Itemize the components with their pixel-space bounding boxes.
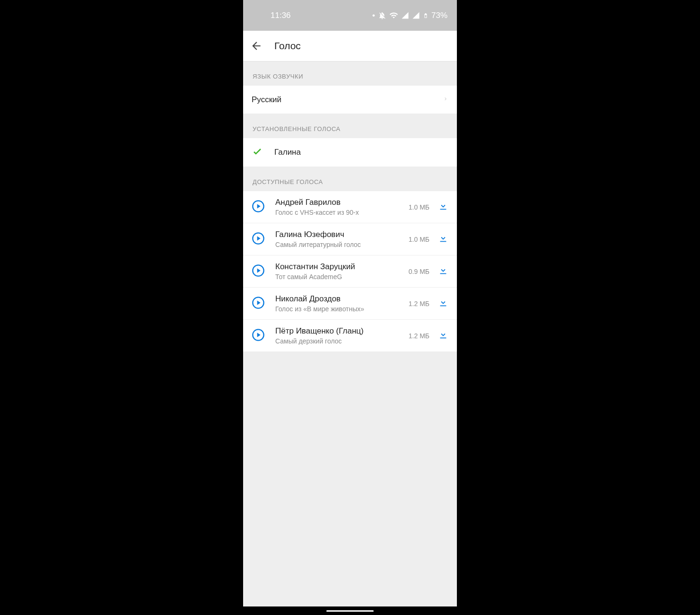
- signal-icon-2: [412, 11, 420, 19]
- download-icon: [438, 330, 448, 340]
- nav-handle[interactable]: [326, 610, 374, 612]
- voice-text: Константин Заруцкий Тот самый AcademeG: [275, 262, 409, 281]
- download-button[interactable]: [438, 330, 448, 342]
- voice-text: Андрей Гаврилов Голос с VHS-кассет из 90…: [275, 198, 409, 216]
- voice-text: Пётр Иващенко (Гланц) Самый дерзкий голо…: [275, 326, 409, 345]
- download-button[interactable]: [438, 201, 448, 213]
- available-voice-row[interactable]: Николай Дроздов Голос из «В мире животны…: [243, 288, 457, 320]
- phone-screen: 11:36 • 73% Голос ЯЗЫК ОЗВУЧК: [243, 0, 457, 615]
- play-button[interactable]: [252, 232, 265, 247]
- wifi-icon: [389, 11, 398, 20]
- voice-name: Андрей Гаврилов: [275, 198, 409, 207]
- available-voice-row[interactable]: Константин Заруцкий Тот самый AcademeG 0…: [243, 255, 457, 288]
- play-icon: [252, 200, 265, 213]
- battery-icon: [423, 11, 429, 20]
- installed-voice-row[interactable]: Галина: [243, 138, 457, 167]
- voice-size: 1.2 МБ: [409, 332, 429, 340]
- play-icon: [252, 232, 265, 245]
- app-bar: Голос: [243, 31, 457, 62]
- status-icons: • 73%: [372, 11, 447, 20]
- voice-size: 0.9 МБ: [409, 268, 429, 275]
- back-button[interactable]: [250, 39, 263, 53]
- play-icon: [252, 264, 265, 277]
- voice-size: 1.0 МБ: [409, 236, 429, 243]
- download-icon: [438, 265, 448, 276]
- voice-desc: Голос из «В мире животных»: [275, 305, 409, 313]
- chevron-right-icon: [443, 95, 448, 105]
- language-row[interactable]: Русский: [243, 86, 457, 114]
- available-voice-row[interactable]: Пётр Иващенко (Гланц) Самый дерзкий голо…: [243, 320, 457, 352]
- available-voice-row[interactable]: Андрей Гаврилов Голос с VHS-кассет из 90…: [243, 191, 457, 223]
- voice-size: 1.2 МБ: [409, 300, 429, 308]
- voice-size: 1.0 МБ: [409, 203, 429, 211]
- status-bar: 11:36 • 73%: [243, 0, 457, 31]
- voice-desc: Тот самый AcademeG: [275, 273, 409, 281]
- voice-desc: Самый дерзкий голос: [275, 337, 409, 345]
- download-button[interactable]: [438, 233, 448, 246]
- download-icon: [438, 233, 448, 244]
- page-title: Голос: [274, 40, 301, 52]
- available-voice-row[interactable]: Галина Юзефович Самый литературный голос…: [243, 223, 457, 255]
- voice-name: Константин Заруцкий: [275, 262, 409, 272]
- language-value: Русский: [252, 95, 281, 105]
- section-header-available: ДОСТУПНЫЕ ГОЛОСА: [243, 167, 457, 191]
- download-icon: [438, 298, 448, 308]
- play-button[interactable]: [252, 328, 265, 343]
- download-button[interactable]: [438, 298, 448, 310]
- status-time: 11:36: [253, 11, 291, 20]
- play-button[interactable]: [252, 264, 265, 279]
- arrow-left-icon: [250, 40, 262, 52]
- play-button[interactable]: [252, 200, 265, 215]
- installed-voice-name: Галина: [274, 148, 301, 157]
- notifications-off-icon: [378, 11, 386, 20]
- play-icon: [252, 296, 265, 309]
- section-header-language: ЯЗЫК ОЗВУЧКИ: [243, 62, 457, 86]
- voice-desc: Самый литературный голос: [275, 241, 409, 248]
- navigation-bar: [243, 606, 457, 615]
- voice-text: Галина Юзефович Самый литературный голос: [275, 230, 409, 248]
- dot-icon: •: [372, 11, 375, 20]
- check-icon: [252, 146, 263, 159]
- voice-name: Галина Юзефович: [275, 230, 409, 239]
- play-icon: [252, 328, 265, 342]
- section-header-installed: УСТАНОВЛЕННЫЕ ГОЛОСА: [243, 114, 457, 138]
- voice-name: Пётр Иващенко (Гланц): [275, 326, 409, 336]
- download-button[interactable]: [438, 265, 448, 278]
- voice-text: Николай Дроздов Голос из «В мире животны…: [275, 294, 409, 313]
- play-button[interactable]: [252, 296, 265, 311]
- signal-icon: [401, 11, 409, 19]
- voice-name: Николай Дроздов: [275, 294, 409, 304]
- download-icon: [438, 201, 448, 211]
- voice-desc: Голос с VHS-кассет из 90-х: [275, 209, 409, 216]
- battery-percent: 73%: [431, 11, 447, 20]
